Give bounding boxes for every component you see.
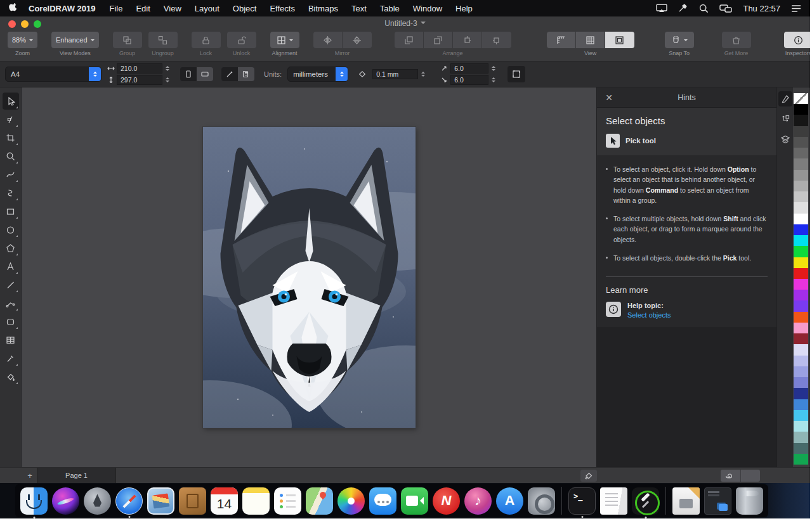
color-swatch-1c2bee[interactable] (794, 224, 808, 235)
contacts-dock-icon[interactable] (179, 487, 206, 515)
reminders-dock-icon[interactable] (274, 487, 301, 515)
color-swatch-000000[interactable] (794, 104, 808, 115)
view-rulers-button[interactable] (547, 32, 576, 48)
color-swatch-e833dd[interactable] (794, 279, 808, 290)
color-swatch-dcdcf5[interactable] (794, 344, 808, 355)
menu-table[interactable]: Table (380, 4, 400, 13)
menu-window[interactable]: Window (413, 4, 442, 13)
table-tool[interactable] (3, 331, 19, 349)
color-swatch-a8e4ea[interactable] (794, 421, 808, 432)
color-swatch-676767[interactable] (794, 148, 808, 158)
safari-dock-icon[interactable] (115, 487, 143, 515)
hints-tab-icon[interactable] (778, 91, 792, 106)
color-swatch-a32ee8[interactable] (794, 290, 808, 300)
unlock-button[interactable] (227, 32, 256, 48)
crop-tool[interactable] (3, 129, 19, 146)
menu-layout[interactable]: Layout (195, 4, 219, 13)
view-page-button[interactable] (605, 32, 634, 48)
calendar-dock-icon[interactable]: 14 (211, 487, 238, 515)
document-palette-button[interactable] (580, 470, 597, 482)
help-topic-link[interactable]: Select objects (627, 311, 671, 319)
finder-dock-icon[interactable] (20, 487, 48, 515)
get-more-button[interactable] (722, 32, 751, 48)
preview-dock-icon[interactable] (147, 487, 174, 515)
color-swatch-45c6f0[interactable] (794, 410, 808, 421)
rectangle-tool[interactable] (3, 203, 19, 220)
current-page-settings-button[interactable] (221, 67, 238, 81)
group-button[interactable] (113, 32, 142, 48)
terminal-dock-icon[interactable]: >_ (568, 487, 596, 515)
photos-dock-icon[interactable] (337, 487, 365, 515)
textedit-dock-icon[interactable] (600, 487, 627, 515)
snap-to-dropdown[interactable] (665, 32, 694, 48)
color-swatch-0cd93c[interactable] (794, 246, 808, 257)
portrait-orientation-button[interactable] (180, 67, 197, 81)
duplicate-x-spinner[interactable] (490, 64, 497, 73)
page-height-field[interactable]: 297.0 (117, 75, 162, 85)
color-swatch-3d3d3d[interactable] (794, 126, 808, 137)
common-shapes-tool[interactable] (3, 313, 19, 330)
color-swatch-none[interactable] (794, 93, 808, 104)
color-swatch-f2e20c[interactable] (794, 257, 808, 268)
notification-center-icon[interactable] (791, 4, 801, 13)
mirror-horizontal-button[interactable] (313, 32, 343, 48)
document-title[interactable]: Untitled-3 (0, 19, 810, 28)
ellipse-tool[interactable] (3, 221, 19, 238)
menu-bar-clock[interactable]: Thu 22:57 (743, 4, 780, 13)
menu-help[interactable]: Help (455, 4, 473, 13)
forward-one-button[interactable] (453, 32, 482, 48)
siri-dock-icon[interactable] (52, 487, 79, 515)
color-swatch-24318f[interactable] (794, 388, 808, 399)
view-modes-dropdown[interactable]: Enhanced (51, 32, 99, 48)
zoom-tool[interactable] (3, 148, 19, 165)
transform-tab-icon[interactable] (778, 112, 792, 127)
color-swatch-3f86d9[interactable] (794, 399, 808, 410)
units-select[interactable]: millimeters (287, 67, 348, 82)
menu-object[interactable]: Object (233, 4, 257, 13)
text-tool[interactable] (3, 258, 19, 275)
to-back-button[interactable] (424, 32, 453, 48)
eyedropper-tool[interactable] (3, 350, 19, 367)
color-swatch-12a651[interactable] (794, 454, 808, 465)
hints-close-button[interactable]: ✕ (603, 92, 615, 103)
page-width-spinner[interactable] (164, 64, 171, 73)
page-height-spinner[interactable] (164, 75, 171, 84)
connector-tool[interactable] (3, 295, 19, 312)
page-width-field[interactable]: 210.0 (117, 63, 162, 74)
notes-dock-icon[interactable] (242, 487, 270, 515)
lock-button[interactable] (192, 32, 221, 48)
color-swatch-8fb5b5[interactable] (794, 432, 808, 442)
menu-file[interactable]: File (109, 4, 122, 13)
itunes-dock-icon[interactable]: ♪ (464, 487, 492, 515)
back-one-button[interactable] (482, 32, 511, 48)
news-dock-icon[interactable]: N (433, 487, 460, 515)
color-swatch-476a6a[interactable] (794, 443, 808, 454)
all-pages-settings-button[interactable] (238, 67, 254, 81)
alignment-dropdown[interactable] (270, 32, 299, 48)
color-swatch-8f2430[interactable] (794, 333, 808, 344)
proof-off-button[interactable] (741, 470, 761, 482)
color-swatch-7d7d7d[interactable] (794, 158, 808, 169)
polygon-tool[interactable] (3, 240, 19, 257)
pick-tool[interactable] (3, 93, 19, 110)
color-swatch-e51a1a[interactable] (794, 268, 808, 279)
color-swatch-c6c6c6[interactable] (794, 191, 808, 202)
page-size-stepper[interactable] (89, 67, 101, 82)
color-swatch-ffffff[interactable] (794, 214, 808, 224)
coreldraw-dock-icon[interactable] (632, 487, 659, 515)
color-proof-toggle[interactable] (721, 470, 760, 482)
color-swatch-7a3bf0[interactable] (794, 300, 808, 311)
page-size-select[interactable]: A4 (5, 67, 102, 82)
color-swatch-b9bcec[interactable] (794, 356, 808, 366)
color-swatch-f79ccc[interactable] (794, 323, 808, 333)
color-swatch-e0e0e0[interactable] (794, 202, 808, 213)
menu-edit[interactable]: Edit (136, 4, 150, 13)
menu-effects[interactable]: Effects (270, 4, 295, 13)
color-swatch-f05518[interactable] (794, 312, 808, 323)
spotlight-search-icon[interactable] (699, 4, 709, 13)
view-grid-button[interactable] (576, 32, 605, 48)
color-swatch-9aa0e2[interactable] (794, 366, 808, 377)
duplicate-y-spinner[interactable] (490, 75, 497, 84)
objects-tab-icon[interactable] (778, 132, 792, 147)
displays-icon[interactable] (719, 4, 732, 13)
